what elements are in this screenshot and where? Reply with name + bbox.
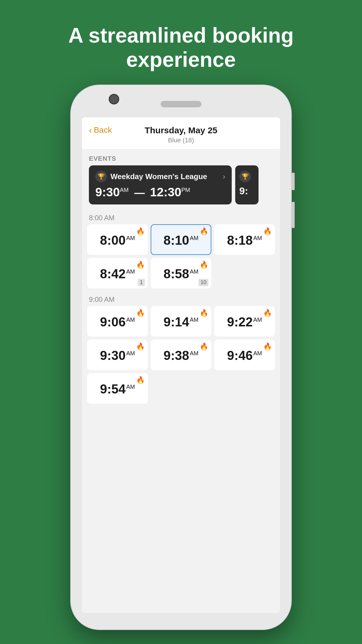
event-card-main[interactable]: 🏆 Weekday Women's League › 9:30AM — 12:3… — [89, 165, 232, 204]
flame-icon: 🔥 — [136, 342, 145, 351]
flame-icon: 🔥 — [136, 309, 145, 317]
time-slot-value: 9:06AM — [100, 316, 135, 328]
camera — [109, 94, 119, 104]
partial-time: 9: — [239, 185, 254, 197]
time-slot[interactable]: 🔥9:46AM — [214, 340, 275, 370]
time-slot[interactable]: 🔥9:54AM — [87, 373, 148, 404]
flame-icon: 🔥 — [200, 227, 208, 235]
time-slot[interactable]: 🔥8:00AM — [87, 224, 148, 255]
event-start-ampm: AM — [120, 187, 129, 193]
flame-icon: 🔥 — [263, 309, 272, 317]
time-slot[interactable]: 🔥9:22AM — [214, 306, 275, 337]
flame-icon: 🔥 — [136, 261, 145, 269]
header-date: Thursday, May 25 — [90, 125, 272, 135]
time-slot-badge: 10 — [198, 279, 208, 286]
headline-line1: A streamlined booking — [68, 24, 294, 47]
time-slot-value: 8:00AM — [100, 234, 135, 247]
header-subtitle: Blue (18) — [90, 136, 272, 144]
trophy-icon-partial: 🏆 — [239, 171, 251, 182]
time-slot-value: 9:22AM — [227, 316, 262, 328]
time-slot-value: 9:30AM — [100, 349, 135, 362]
time-slot-value: 9:46AM — [227, 349, 262, 362]
side-button-2 — [292, 202, 295, 228]
time-slot-value: 8:58AM — [164, 267, 198, 280]
time-sections-container: 8:00 AM🔥8:00AM🔥8:10AM🔥8:18AM🔥8:42AM1🔥8:5… — [82, 210, 280, 407]
phone-shell: ‹ Back Thursday, May 25 Blue (18) EVENTS… — [70, 85, 292, 630]
events-section-label: EVENTS — [82, 150, 280, 165]
time-slot[interactable]: 🔥8:42AM1 — [87, 258, 148, 288]
event-end-ampm: PM — [181, 187, 190, 193]
flame-icon: 🔥 — [200, 309, 208, 317]
time-slot-value: 8:42AM — [100, 267, 135, 280]
flame-icon: 🔥 — [136, 227, 145, 235]
phone-screen: ‹ Back Thursday, May 25 Blue (18) EVENTS… — [82, 117, 280, 613]
time-slot[interactable]: 🔥9:06AM — [87, 306, 148, 337]
screen-content[interactable]: EVENTS 🏆 Weekday Women's League › 9:30AM… — [82, 150, 280, 613]
time-slot[interactable]: 🔥8:10AM — [151, 224, 211, 255]
event-name: Weekday Women's League — [110, 172, 207, 181]
trophy-icon: 🏆 — [95, 171, 107, 182]
back-chevron-icon: ‹ — [89, 125, 92, 135]
time-slot[interactable]: 🔥9:38AM — [151, 340, 211, 370]
back-label: Back — [94, 125, 112, 135]
time-slot[interactable]: 🔥8:18AM — [214, 224, 275, 255]
time-slot-value: 9:54AM — [100, 383, 135, 396]
events-scroll: 🏆 Weekday Women's League › 9:30AM — 12:3… — [82, 165, 280, 210]
time-grid: 🔥8:00AM🔥8:10AM🔥8:18AM🔥8:42AM1🔥8:58AM10 — [82, 224, 280, 291]
flame-icon: 🔥 — [263, 342, 272, 351]
event-card-header: 🏆 Weekday Women's League › — [95, 171, 225, 182]
time-slot[interactable]: 🔥9:30AM — [87, 340, 148, 370]
screen-header: ‹ Back Thursday, May 25 Blue (18) — [82, 117, 280, 150]
time-slot-value: 9:38AM — [164, 349, 198, 362]
time-slot[interactable]: 🔥9:14AM — [151, 306, 211, 337]
flame-icon: 🔥 — [200, 342, 208, 351]
event-card-title-row: 🏆 Weekday Women's League — [95, 171, 207, 182]
speaker — [161, 101, 201, 107]
time-slot[interactable]: 🔥8:58AM10 — [151, 258, 211, 288]
time-grid: 🔥9:06AM🔥9:14AM🔥9:22AM🔥9:30AM🔥9:38AM🔥9:46… — [82, 306, 280, 407]
time-slot-value: 9:14AM — [164, 316, 198, 328]
event-chevron-right-icon: › — [223, 172, 225, 181]
time-section-label: 8:00 AM — [82, 210, 280, 224]
phone-top — [71, 85, 291, 117]
event-start-time: 9:30 — [95, 185, 120, 199]
flame-icon: 🔥 — [263, 227, 272, 235]
event-time: 9:30AM — 12:30PM — [95, 185, 225, 199]
time-slot-value: 8:10AM — [164, 234, 198, 247]
headline-line2: experience — [126, 48, 236, 71]
time-section-label: 9:00 AM — [82, 291, 280, 306]
flame-icon: 🔥 — [136, 376, 145, 384]
event-end-time: 12:30 — [150, 185, 181, 199]
time-slot-badge: 1 — [138, 279, 145, 286]
event-dash: — — [134, 187, 148, 199]
time-slot-value: 8:18AM — [227, 234, 262, 247]
event-card-partial[interactable]: 🏆 9: — [235, 165, 259, 204]
back-button[interactable]: ‹ Back — [89, 125, 112, 135]
flame-icon: 🔥 — [200, 261, 208, 269]
headline: A streamlined booking experience — [61, 23, 301, 72]
side-button-1 — [292, 173, 295, 190]
